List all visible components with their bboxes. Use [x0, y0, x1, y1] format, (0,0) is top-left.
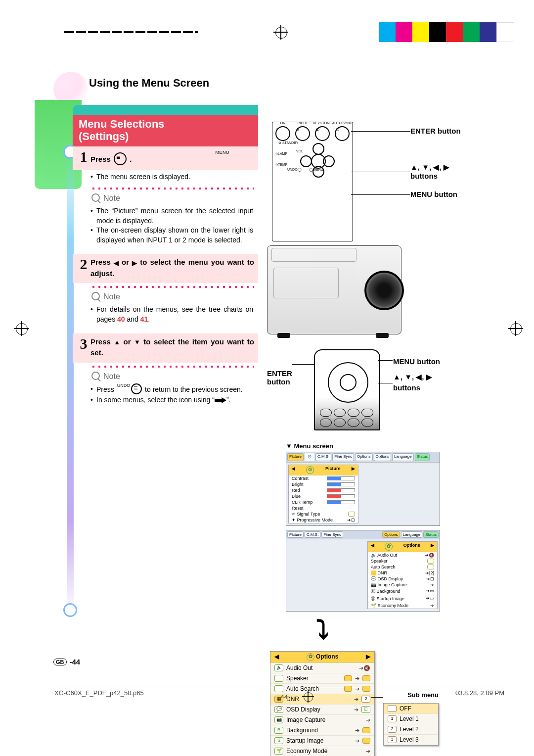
- left-arrow-icon: [114, 258, 119, 268]
- note-1-bullet-2: The on-screen display shown on the lower…: [90, 226, 253, 245]
- tab-picture: Picture: [287, 453, 304, 461]
- picture-submenu-title: Picture: [325, 466, 341, 474]
- projector-top-plate: [271, 248, 356, 262]
- remote-buttons-row: [320, 409, 374, 426]
- osd-picture-menu: Picture ⊙ C.M.S. Fine Sync Options Optio…: [286, 452, 440, 526]
- options-row-background: BBackground➔: [270, 725, 374, 736]
- leader-line: [378, 383, 393, 383]
- tab-status: Status: [415, 453, 430, 461]
- options-audioout-label: Audio Out: [286, 664, 356, 671]
- step-1-press: Press: [90, 154, 111, 163]
- menu-small-label: UNDO◯ ◯MENU: [287, 168, 323, 172]
- note-3-header: Note: [73, 371, 258, 382]
- options-startup-label: Startup Image: [286, 737, 352, 744]
- options-title: Options: [316, 653, 338, 660]
- note-3-body: Press UNDO to return to the previous scr…: [73, 382, 258, 408]
- keystone-label: KEYSTONE: [313, 121, 332, 125]
- step-3: 3 Press or to select the item you want t…: [73, 333, 258, 363]
- submenu-off: OFF: [384, 704, 438, 714]
- on-label: ON: [280, 121, 286, 125]
- tab-language2: Language: [401, 531, 423, 538]
- step-1: 1 MENU Press .: [73, 146, 258, 170]
- step-1-number: 1: [77, 149, 90, 166]
- row-progressive: Progressive Mode: [297, 518, 333, 522]
- dnr-submenu: OFF 1Level 1 2Level 2 3Level 3: [383, 703, 439, 746]
- title-line-2: (Settings): [79, 130, 252, 142]
- tab-options-active: Options: [382, 531, 400, 538]
- row-bright: Bright: [292, 482, 304, 487]
- dpad-diagram: [300, 143, 335, 178]
- options-header: ◀✿ Options▶: [270, 652, 374, 663]
- dpad-right-icon: [323, 155, 335, 167]
- opt-speaker: Speaker: [371, 559, 388, 564]
- enlarge-arrow-icon: ⤵: [316, 615, 329, 645]
- step-1-body: MENU Press .: [90, 149, 254, 166]
- reg-center-icon: [273, 25, 288, 40]
- undo-text: UNDO: [287, 168, 298, 171]
- reg-hline: [64, 31, 198, 33]
- opt-dnr: DNR: [378, 570, 388, 575]
- vol-label: VOL: [296, 149, 303, 153]
- options-submenu-header: ◀✿Options▶: [368, 542, 437, 552]
- note-3-label: Note: [103, 372, 120, 381]
- projector-lens-icon: [364, 271, 404, 310]
- options-row-startup: SStartup Image➔: [270, 736, 374, 746]
- page-ref-40: 40: [117, 315, 125, 323]
- options-imgcap-label: Image Capture: [286, 716, 363, 723]
- right-arrow-icon: [132, 258, 137, 268]
- opt-osd: OSD Display: [378, 576, 403, 581]
- step-1-instruction: The menu screen is displayed.: [73, 170, 258, 185]
- step-2-number: 2: [77, 257, 90, 279]
- leader-line: [378, 360, 393, 361]
- reg-center-icon: [302, 691, 314, 703]
- tab-language: Language: [392, 453, 414, 461]
- callout-menu-label: MENU button: [410, 190, 457, 198]
- projector-foot-l: [277, 333, 290, 338]
- submenu-level1: 1Level 1: [384, 714, 438, 724]
- note-1-bullet-1: The “Picture” menu screen for the select…: [90, 206, 253, 226]
- undo-tiny-label: UNDO: [117, 382, 131, 389]
- teal-accent-bar: [73, 105, 258, 115]
- options-economy-label: Economy Mode: [286, 748, 363, 755]
- topic-title: Menu Selections (Settings): [73, 115, 258, 148]
- input-button-icon: INPUT⊕: [295, 126, 310, 141]
- opt-background: Background: [377, 589, 400, 594]
- section-title: Using the Menu Screen: [89, 77, 209, 90]
- doc-footer-timestamp: 03.8.28, 2:09 PM: [455, 689, 504, 704]
- document-footer: XG-C60X_E_PDF_p42_50.p65 44 03.8.28, 2:0…: [54, 687, 504, 704]
- osd-picture-body: ◀⊙Picture▶ Contrast Bright Red Blue CLR …: [286, 463, 440, 525]
- title-line-1: Menu Selections: [79, 118, 165, 130]
- note-1-label: Note: [103, 194, 120, 203]
- note-2-body: For details on the menus, see the tree c…: [73, 303, 258, 327]
- projector-body-diagram: [267, 245, 401, 334]
- note-3-b1a: Press: [96, 385, 116, 393]
- picture-submenu: ◀⊙Picture▶ Contrast Bright Red Blue CLR …: [288, 465, 358, 523]
- note-3-b1b: to return to the previous screen.: [143, 385, 243, 393]
- remote-arrows-glyphs: ▲, ▼, ◀, ▶: [393, 373, 432, 381]
- divider-dots: [90, 285, 254, 289]
- options-row-audioout: 🔈Audio Out➔🔇: [270, 663, 374, 673]
- divider-dots: [90, 365, 254, 369]
- remote-button-text: button: [267, 378, 290, 386]
- step-2-text-a: Press: [90, 258, 114, 266]
- temp-label: ◇TEMP: [275, 163, 287, 167]
- row-reset: Reset: [292, 506, 304, 511]
- options-row-osd: 💬OSD Display➔⊡: [270, 705, 374, 715]
- tab-options2: Options: [374, 453, 392, 461]
- projector-callouts: ENTER button ▲, ▼, ◀, ▶buttons MENU butt…: [410, 127, 480, 208]
- step-1-bullet: The menu screen is displayed.: [90, 172, 253, 182]
- projector-side-plate: [273, 268, 339, 298]
- page-number-value: -44: [70, 658, 81, 666]
- submenu-l2-label: Level 2: [400, 726, 419, 733]
- row-red: Red: [292, 488, 300, 493]
- picture-submenu-header: ◀⊙Picture▶: [289, 465, 358, 475]
- submenu-level3: 3Level 3: [384, 735, 438, 745]
- control-panel-top-buttons: ONI INPUT⊕ KEYSTONE◐ AUTO SYNC◎: [275, 126, 350, 141]
- options-row-speaker: Speaker➔: [270, 673, 374, 684]
- osd-options-menu: Picture C.M.S. Fine Sync Options Languag…: [286, 530, 440, 612]
- page-ref-41: 41: [140, 315, 148, 323]
- menu-text: MENU: [313, 168, 323, 171]
- options-submenu-title: Options: [403, 543, 420, 551]
- down-arrow-icon: [134, 337, 140, 347]
- leader-line: [292, 364, 314, 365]
